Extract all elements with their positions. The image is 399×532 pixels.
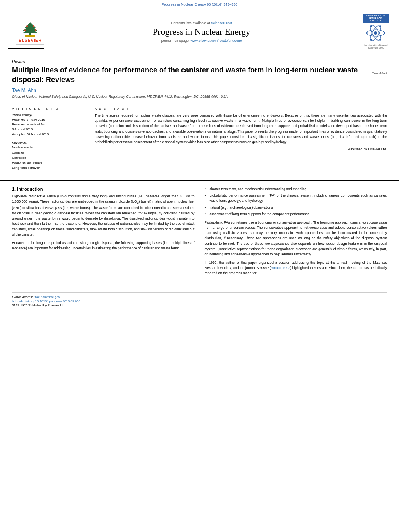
top-bar: Progress in Nuclear Energy 93 (2016) 343… <box>0 0 399 8</box>
svg-point-17 <box>370 25 372 27</box>
article-title: Multiple lines of evidence for performan… <box>12 66 387 84</box>
journal-center-info: Contents lists available at ScienceDirec… <box>44 21 359 43</box>
keyword-nuclear-waste: Nuclear waste <box>12 145 81 150</box>
accepted-date: Accepted 28 August 2016 <box>12 132 81 137</box>
keywords-section: Keywords: Nuclear waste Canister Corrosi… <box>12 141 81 171</box>
keywords-label: Keywords: <box>12 141 81 144</box>
atom-icon <box>363 23 389 44</box>
evidence-bullet-list: shorter term tests, and mechanistic unde… <box>205 187 387 217</box>
history-label: Article history: <box>12 113 81 117</box>
elsevier-tree-icon <box>18 20 42 38</box>
author-name: Tae M. Ahn <box>12 88 387 93</box>
received-revised-label: Received in revised form <box>12 122 81 127</box>
abstract-column: A B S T R A C T The time scales required… <box>95 107 387 175</box>
elsevier-logo-area: ELSEVIER <box>8 15 44 49</box>
pne-box: PROGRESS IN NUCLEAR ENERGY <box>361 12 391 51</box>
svg-point-13 <box>384 32 385 34</box>
issn-line: 0149-1970/Published by Elsevier Ltd. <box>12 304 387 307</box>
right-body-text: shorter term tests, and mechanistic unde… <box>205 187 387 276</box>
bullet-item-1: shorter term tests, and mechanistic unde… <box>205 187 387 192</box>
svg-point-16 <box>370 39 372 41</box>
keyword-longterm: Long-term behavior <box>12 166 81 171</box>
homepage-link[interactable]: www.elsevier.com/locate/pnucene <box>191 39 242 43</box>
elsevier-box: ELSEVIER <box>16 18 44 45</box>
published-line: Published by Elsevier Ltd. <box>95 147 387 151</box>
homepage-line: journal homepage: www.elsevier.com/locat… <box>44 39 359 43</box>
main-body: 1. Introduction High-level radioactive w… <box>0 180 399 283</box>
svg-point-8 <box>35 29 36 31</box>
email-link[interactable]: tae.ahn@nrc.gov <box>35 295 60 299</box>
footer-area: E-mail address: tae.ahn@nrc.gov http://d… <box>0 288 399 309</box>
title-area: Multiple lines of evidence for performan… <box>12 66 387 84</box>
svg-point-5 <box>26 25 28 27</box>
journal-header: ELSEVIER Contents lists available at Sci… <box>0 8 399 55</box>
received-revised-date: 8 August 2016 <box>12 127 81 132</box>
keyword-radionuclide: Radionuclide release <box>12 160 81 166</box>
amato-1992-link[interactable]: Amato, 1992 <box>271 266 290 270</box>
elsevier-text: ELSEVIER <box>19 38 41 43</box>
helpful-highlight: helpful <box>315 119 325 123</box>
article-info-abstract-area: A R T I C L E I N F O Article history: R… <box>12 103 387 175</box>
keyword-corrosion: Corrosion <box>12 156 81 161</box>
body-left-column: 1. Introduction High-level radioactive w… <box>12 187 195 279</box>
affiliation: Office of Nuclear Material Safety and Sa… <box>12 94 387 99</box>
email-line: E-mail address: tae.ahn@nrc.gov <box>12 295 387 299</box>
doi-line: http://dx.doi.org/10.1016/j.pnucene.2016… <box>12 300 387 303</box>
intro-section-title: 1. Introduction <box>12 187 195 191</box>
pne-logo-area: PROGRESS IN NUCLEAR ENERGY <box>359 12 391 51</box>
crossmark-area: ✓ CrossMark CrossMark <box>372 66 387 80</box>
svg-point-6 <box>33 25 34 27</box>
svg-rect-4 <box>25 35 35 37</box>
article-history-section: Article history: Received 17 May 2016 Re… <box>12 113 81 137</box>
article-info-header: A R T I C L E I N F O <box>12 107 81 111</box>
bullet-item-3: natural (e.g., archaeological) observati… <box>205 205 387 210</box>
article-info-column: A R T I C L E I N F O Article history: R… <box>12 107 86 175</box>
bullet-item-2: probabilistic performance assessment (PA… <box>205 193 387 203</box>
abstract-text: The time scales required for nuclear was… <box>95 113 387 145</box>
svg-point-7 <box>24 29 26 31</box>
body-right-column: shorter term tests, and mechanistic unde… <box>205 187 387 279</box>
journal-title: Progress in Nuclear Energy <box>44 27 359 37</box>
bullet-item-4: assessment of long-term supports for the… <box>205 212 387 217</box>
review-label: Review <box>12 60 387 64</box>
email-label: E-mail address: <box>12 295 35 299</box>
svg-point-14 <box>366 32 368 34</box>
svg-point-15 <box>379 25 381 27</box>
crossmark-icon: ✓ CrossMark CrossMark <box>372 66 387 80</box>
footer-divider <box>12 292 387 293</box>
abstract-header: A B S T R A C T <box>95 107 387 111</box>
intro-paragraph1: High-level radioactive waste (HLW) conta… <box>12 194 195 251</box>
body-two-col: 1. Introduction High-level radioactive w… <box>12 187 387 279</box>
sciencedirect-link[interactable]: ScienceDirect <box>211 21 232 25</box>
pne-issn: An International JournalISSN 0149-1970 <box>363 44 389 49</box>
journal-reference: Progress in Nuclear Energy 93 (2016) 343… <box>162 2 238 6</box>
received-date: Received 17 May 2016 <box>12 117 81 122</box>
keyword-canister: Canister <box>12 150 81 156</box>
doi-link[interactable]: http://dx.doi.org/10.1016/j.pnucene.2016… <box>12 300 80 303</box>
svg-point-18 <box>379 39 381 41</box>
svg-point-9 <box>374 31 377 35</box>
pne-box-title: PROGRESS IN NUCLEAR ENERGY <box>363 14 389 23</box>
article-content: Review Multiple lines of evidence for pe… <box>0 55 399 175</box>
sciencedirect-line: Contents lists available at ScienceDirec… <box>44 21 359 25</box>
